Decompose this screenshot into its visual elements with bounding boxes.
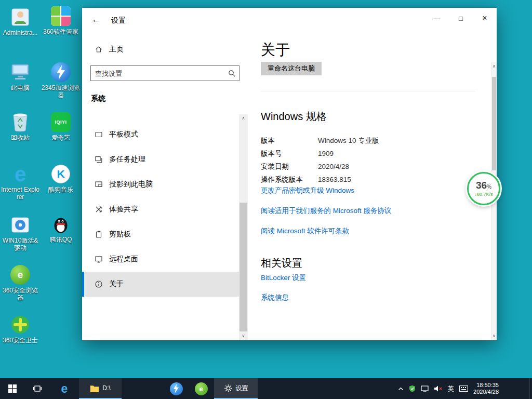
nav-item-tablet-mode[interactable]: 平板模式 — [82, 122, 239, 147]
internet-explorer-icon: e — [9, 163, 31, 185]
desktop-icon-administrator[interactable]: Administra... — [0, 6, 41, 36]
taskbar-explorer-button[interactable]: D:\ — [79, 378, 122, 399]
administrator-icon — [9, 6, 31, 28]
desktop-icon-tencent-qq[interactable]: 腾讯QQ — [41, 213, 81, 243]
desktop-icon-iqiyi[interactable]: iQIYI 爱奇艺 — [41, 111, 81, 141]
scroll-up-icon[interactable]: ∧ — [491, 62, 497, 71]
kugou-music-icon: K — [50, 163, 72, 185]
360-browser-icon: e — [195, 382, 208, 395]
rename-pc-button[interactable]: 重命名这台电脑 — [261, 62, 322, 75]
desktop-icon-kugou-music[interactable]: K 酷狗音乐 — [41, 163, 81, 193]
maximize-button[interactable]: □ — [449, 8, 473, 29]
desktop-icon-recycle-bin[interactable]: 回收站 — [0, 111, 41, 141]
desktop-icon-label: Administra... — [0, 29, 41, 36]
task-view-icon — [33, 384, 42, 393]
desktop-icon-internet-explorer[interactable]: e Internet Explorer — [0, 163, 41, 201]
show-desktop-button[interactable] — [529, 378, 532, 399]
language-indicator[interactable]: 英 — [448, 384, 454, 393]
desktop-icon-360-software-manager[interactable]: 360软件管家 — [41, 5, 81, 35]
memory-percent: 36% — [476, 180, 491, 192]
nav-item-label: 平板模式 — [109, 130, 138, 139]
2345-browser-icon — [170, 382, 183, 395]
desktop-icon-label: 回收站 — [0, 134, 41, 141]
search-input[interactable] — [91, 70, 224, 77]
projecting-icon — [95, 180, 103, 189]
desktop-icon-label: 此电脑 — [0, 84, 41, 91]
taskbar: e D:\ e 设置 英 18:50:35 2020/4/28 — [0, 378, 532, 399]
back-button[interactable]: ← — [89, 13, 103, 26]
desktop-icon-360-safety-guard[interactable]: 360安全卫士 — [0, 314, 41, 344]
nav-scrollbar[interactable]: ∧ ∨ — [239, 114, 248, 340]
nav-item-clipboard[interactable]: 剪贴板 — [82, 222, 239, 247]
bitlocker-settings-link[interactable]: BitLocker 设置 — [261, 273, 306, 283]
taskbar-settings-button[interactable]: 设置 — [214, 378, 258, 399]
system-tray: 英 18:50:35 2020/4/28 — [398, 378, 499, 399]
tray-chevron-up-icon[interactable] — [398, 387, 404, 391]
desktop-icon-win10-activation[interactable]: WIN10激活&驱动 — [0, 214, 41, 251]
windows-logo-icon — [8, 384, 17, 393]
touch-keyboard-icon[interactable] — [459, 385, 468, 392]
2345-browser-icon — [50, 61, 72, 83]
settings-search-box[interactable] — [90, 65, 240, 81]
network-speed: ↓80.7K/s — [474, 192, 493, 197]
nav-item-about[interactable]: 关于 — [82, 272, 239, 297]
network-icon[interactable] — [421, 385, 429, 392]
task-view-button[interactable] — [25, 378, 50, 399]
related-settings-heading: 相关设置 — [261, 256, 302, 270]
scroll-up-icon[interactable]: ∧ — [239, 114, 248, 123]
nav-item-projecting-to-pc[interactable]: 投影到此电脑 — [82, 172, 239, 197]
desktop-icon-label: 酷狗音乐 — [41, 186, 81, 193]
nav-item-label: 多任务处理 — [109, 155, 145, 164]
nav-item-label: 远程桌面 — [109, 255, 138, 264]
taskbar-2345-browser-button[interactable] — [164, 378, 188, 399]
scroll-down-icon[interactable]: ∨ — [491, 332, 497, 340]
desktop-icon-2345-browser[interactable]: 2345加速浏览器 — [41, 61, 81, 99]
spec-row: 版本 Windows 10 专业版 — [261, 134, 379, 147]
desktop-icon-360-secure-browser[interactable]: e 360安全浏览器 — [0, 264, 41, 301]
nav-item-remote-desktop[interactable]: 远程桌面 — [82, 247, 239, 272]
360-software-manager-icon — [50, 5, 72, 27]
this-pc-icon — [9, 61, 31, 83]
clock-time: 18:50:35 — [473, 382, 499, 389]
nav-item-multitasking[interactable]: 多任务处理 — [82, 147, 239, 172]
folder-icon — [90, 384, 99, 392]
taskbar-edge-button[interactable]: e — [52, 378, 77, 399]
close-button[interactable]: × — [473, 8, 497, 29]
start-button[interactable] — [0, 378, 25, 399]
desktop-icon-label: 360安全卫士 — [0, 337, 41, 344]
volume-muted-icon[interactable] — [434, 385, 443, 392]
license-terms-link[interactable]: 阅读 Microsoft 软件许可条款 — [261, 226, 391, 236]
nav-home-label: 主页 — [109, 45, 124, 54]
settings-nav: 主页 系统 平板模式 多任务处理 投影到此电脑 体验 — [82, 33, 248, 340]
nav-item-label: 投影到此电脑 — [109, 180, 153, 189]
change-product-key-link[interactable]: 更改产品密钥或升级 Windows — [261, 185, 391, 196]
tray-360-shield-icon[interactable] — [409, 385, 416, 392]
taskbar-360-browser-button[interactable]: e — [189, 378, 213, 399]
clipboard-icon — [95, 230, 103, 238]
desktop-icon-label: 2345加速浏览器 — [41, 84, 81, 99]
edge-icon: e — [61, 382, 68, 396]
nav-section-title: 系统 — [91, 94, 105, 103]
nav-item-label: 剪贴板 — [109, 230, 131, 239]
nav-item-home[interactable]: 主页 — [82, 40, 239, 59]
page-title: 关于 — [261, 40, 290, 60]
scroll-down-icon[interactable]: ∨ — [239, 332, 248, 340]
home-icon — [95, 45, 103, 54]
360-speed-float-ball[interactable]: 36% ↓80.7K/s — [467, 172, 500, 205]
spec-row: 安装日期 2020/4/28 — [261, 160, 379, 173]
taskbar-clock[interactable]: 18:50:35 2020/4/28 — [473, 382, 499, 395]
settings-content: 关于 重命名这台电脑 Windows 规格 版本 Windows 10 专业版 … — [248, 33, 491, 340]
nav-item-label: 关于 — [109, 280, 124, 289]
shared-experiences-icon — [95, 205, 103, 214]
nav-item-label: 体验共享 — [109, 205, 138, 214]
settings-window: ← 设置 — □ × 主页 系统 平板模式 多任务处理 — [82, 8, 497, 340]
360-secure-browser-icon: e — [9, 264, 31, 286]
content-scrollbar-thumb[interactable] — [492, 77, 496, 170]
desktop-icon-this-pc[interactable]: 此电脑 — [0, 61, 41, 91]
nav-scrollbar-thumb[interactable] — [240, 203, 247, 331]
system-info-link[interactable]: 系统信息 — [261, 292, 306, 303]
services-agreement-link[interactable]: 阅读适用于我们服务的 Microsoft 服务协议 — [261, 206, 391, 216]
nav-item-shared-experiences[interactable]: 体验共享 — [82, 197, 239, 222]
titlebar[interactable]: ← 设置 — □ × — [82, 8, 497, 33]
minimize-button[interactable]: — — [425, 8, 449, 29]
